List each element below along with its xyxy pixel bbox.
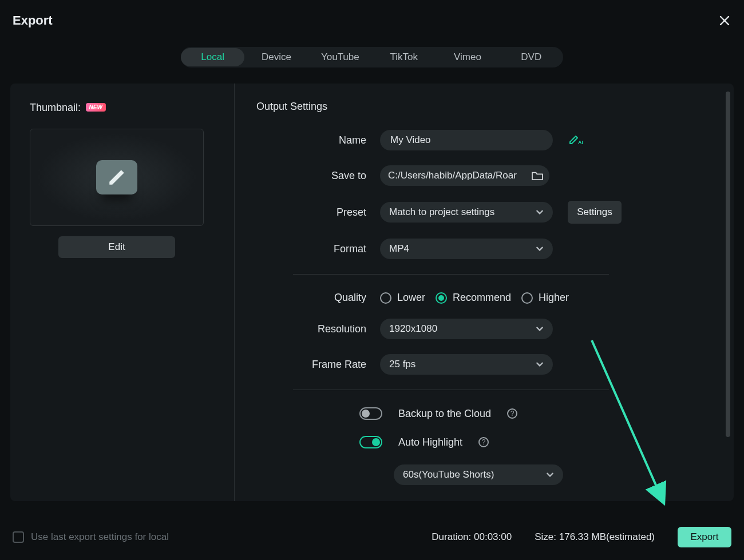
dialog-title: Export	[13, 13, 53, 28]
name-input[interactable]	[380, 130, 553, 150]
highlight-preset-value: 60s(YouTube Shorts)	[403, 469, 546, 480]
help-icon[interactable]: ?	[507, 408, 517, 419]
thumbnail-panel: Thumbnail: NEW Edit	[10, 84, 235, 501]
radio-icon	[436, 292, 447, 304]
chevron-down-icon	[536, 245, 544, 253]
highlight-preset-select[interactable]: 60s(YouTube Shorts)	[394, 464, 563, 485]
use-last-settings-label: Use last export settings for local	[31, 531, 169, 543]
backup-label: Backup to the Cloud	[398, 408, 491, 420]
thumbnail-preview[interactable]	[30, 129, 204, 226]
folder-icon[interactable]	[531, 170, 544, 181]
resolution-label: Resolution	[256, 323, 380, 335]
thumbnail-edit-icon-tile	[96, 160, 137, 194]
backup-toggle[interactable]	[359, 407, 382, 420]
pencil-icon	[107, 168, 126, 187]
tab-tiktok[interactable]: TikTok	[372, 48, 436, 66]
output-settings-panel: Output Settings Name AI Save to C:/Users…	[235, 84, 734, 501]
quality-option-lower[interactable]: Lower	[380, 292, 425, 304]
name-label: Name	[256, 134, 380, 146]
footer: Use last export settings for local Durat…	[0, 514, 744, 560]
resolution-select[interactable]: 1920x1080	[380, 319, 553, 339]
quality-label: Quality	[256, 292, 380, 304]
svg-text:AI: AI	[578, 140, 583, 145]
auto-highlight-label: Auto Highlight	[398, 436, 462, 448]
use-last-settings-checkbox[interactable]	[13, 531, 24, 543]
size-info: Size: 176.33 MB(estimated)	[535, 531, 655, 543]
resolution-value: 1920x1080	[389, 323, 536, 335]
chevron-down-icon	[536, 360, 544, 368]
save-to-label: Save to	[256, 170, 380, 182]
help-icon[interactable]: ?	[478, 437, 489, 447]
divider	[293, 390, 609, 390]
duration-info: Duration: 00:03:00	[432, 531, 512, 543]
auto-highlight-toggle[interactable]	[359, 436, 382, 448]
tab-dvd[interactable]: DVD	[500, 48, 563, 66]
divider	[293, 274, 609, 275]
format-select[interactable]: MP4	[380, 239, 553, 259]
chevron-down-icon	[536, 325, 544, 333]
tab-vimeo[interactable]: Vimeo	[436, 48, 499, 66]
ai-rename-icon[interactable]: AI	[569, 134, 585, 146]
frame-rate-label: Frame Rate	[256, 359, 380, 371]
export-target-tabs: Local Device YouTube TikTok Vimeo DVD	[181, 47, 563, 67]
preset-settings-button[interactable]: Settings	[568, 201, 622, 224]
format-value: MP4	[389, 243, 536, 255]
export-button[interactable]: Export	[678, 527, 731, 547]
frame-rate-select[interactable]: 25 fps	[380, 354, 553, 375]
save-path-field[interactable]: C:/Users/habib/AppData/Roar	[380, 165, 549, 186]
preset-label: Preset	[256, 206, 380, 219]
radio-icon	[521, 292, 533, 304]
frame-rate-value: 25 fps	[389, 359, 536, 370]
tab-youtube[interactable]: YouTube	[308, 48, 372, 66]
radio-icon	[380, 292, 391, 304]
export-settings-card: Thumbnail: NEW Edit Output Settings Name…	[10, 84, 734, 501]
quality-option-higher[interactable]: Higher	[521, 292, 569, 304]
new-badge: NEW	[86, 103, 106, 112]
format-label: Format	[256, 243, 380, 255]
close-button[interactable]	[718, 14, 731, 27]
quality-radio-group: Lower Recommend Higher	[380, 292, 569, 304]
close-icon	[718, 14, 731, 27]
quality-option-recommend[interactable]: Recommend	[436, 292, 511, 304]
tab-local[interactable]: Local	[181, 48, 244, 66]
output-settings-title: Output Settings	[256, 101, 699, 113]
preset-value: Match to project settings	[389, 206, 536, 218]
save-path-value: C:/Users/habib/AppData/Roar	[388, 170, 527, 181]
chevron-down-icon	[536, 208, 544, 216]
edit-thumbnail-button[interactable]: Edit	[58, 236, 175, 258]
scrollbar[interactable]	[726, 92, 730, 437]
thumbnail-label: Thumbnail:	[30, 102, 81, 113]
tab-device[interactable]: Device	[244, 48, 308, 66]
chevron-down-icon	[546, 471, 554, 479]
preset-select[interactable]: Match to project settings	[380, 202, 553, 223]
